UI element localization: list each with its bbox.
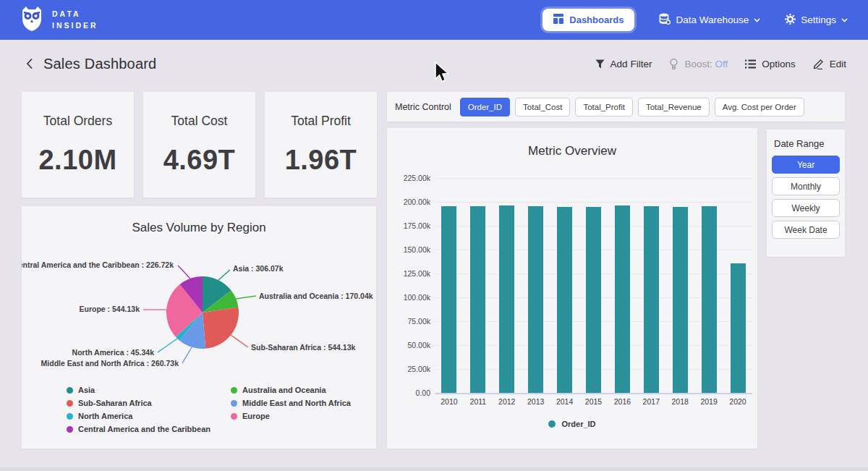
y-axis-tick: 225.00k xyxy=(387,174,430,182)
bar-2011[interactable] xyxy=(470,206,485,393)
owl-logo-icon xyxy=(20,6,43,35)
nav-settings-label: Settings xyxy=(801,14,836,25)
x-axis-label: 2015 xyxy=(579,397,608,406)
bar-2016[interactable] xyxy=(615,205,630,393)
pencil-icon xyxy=(813,59,824,69)
back-button[interactable] xyxy=(22,56,38,72)
kpi-value: 2.10M xyxy=(38,145,116,176)
brand-text: DATA INSIDER xyxy=(52,9,98,30)
date-range-week-date-button[interactable]: Week Date xyxy=(772,221,840,239)
pie-legend-item: Sub-Saharan Africa xyxy=(67,399,210,407)
gear-icon xyxy=(785,14,796,27)
pie-label: Asia : 306.07k xyxy=(233,264,284,273)
metric-chip-total-profit[interactable]: Total_Profit xyxy=(575,98,633,116)
metric-chip-total-revenue[interactable]: Total_Revenue xyxy=(638,98,710,116)
bar-2010[interactable] xyxy=(441,206,456,393)
metric-control-label: Metric Control xyxy=(395,102,451,112)
kpi-total-orders: Total Orders 2.10M xyxy=(22,92,134,198)
x-axis-label: 2017 xyxy=(637,397,665,406)
date-range-year-button[interactable]: Year xyxy=(772,156,840,174)
date-range-weekly-button[interactable]: Weekly xyxy=(772,199,840,217)
pie-callout-line xyxy=(231,335,248,347)
legend-dot xyxy=(67,426,73,433)
kpi-label: Total Orders xyxy=(43,114,112,129)
edit-button[interactable]: Edit xyxy=(813,59,846,69)
date-range-panel: Date Range YearMonthlyWeeklyWeek Date xyxy=(767,130,845,257)
nav-data-warehouse[interactable]: Data Warehouse xyxy=(659,13,760,27)
pie-callout-line xyxy=(178,266,190,279)
pie-callout-line xyxy=(182,347,192,363)
kpi-value: 4.69T xyxy=(163,145,236,176)
metric-chip-total-cost[interactable]: Total_Cost xyxy=(515,98,570,116)
pie-legend-item: Asia xyxy=(67,386,210,394)
kpi-label: Total Cost xyxy=(171,114,228,129)
metric-overview-chart: Metric Overview 225.00k200.00k175.00k150… xyxy=(387,128,757,449)
metric-chip-order-id[interactable]: Order_ID xyxy=(460,98,510,116)
add-filter-button[interactable]: Add Filter xyxy=(595,59,652,69)
gridline xyxy=(435,393,752,394)
kpi-total-profit: Total Profit 1.96T xyxy=(265,92,377,198)
chevron-down-icon xyxy=(841,18,848,22)
bar-chart-title: Metric Overview xyxy=(387,144,757,158)
x-axis-label: 2011 xyxy=(464,397,493,406)
date-range-monthly-button[interactable]: Monthly xyxy=(772,177,840,195)
y-axis-tick: 25.00k xyxy=(387,365,430,373)
legend-label: North America xyxy=(78,412,132,420)
metric-chip-avg-cost-per-order[interactable]: Avg. Cost per Order xyxy=(715,98,804,116)
pie-callout-line xyxy=(158,339,177,352)
pie-legend-item: Middle East and North Africa xyxy=(231,399,351,407)
metric-control-bar: Metric Control Order_IDTotal_CostTotal_P… xyxy=(387,92,845,122)
legend-dot xyxy=(67,387,73,394)
pie-callout-line xyxy=(236,296,256,299)
bar-2014[interactable] xyxy=(557,207,572,393)
y-axis-tick: 150.00k xyxy=(387,245,430,254)
legend-dot xyxy=(67,413,73,420)
nav-settings[interactable]: Settings xyxy=(785,14,848,27)
pie-slice-sub-saharan-africa[interactable] xyxy=(203,307,239,349)
pie-legend-item: North America xyxy=(67,412,210,420)
filter-funnel-icon xyxy=(595,59,605,69)
x-axis-label: 2020 xyxy=(723,397,752,406)
kpi-value: 1.96T xyxy=(285,145,357,176)
legend-label: Order_ID xyxy=(561,420,595,428)
nav-data-warehouse-label: Data Warehouse xyxy=(676,14,749,25)
y-axis-tick: 0.00 xyxy=(387,389,430,397)
brand: DATA INSIDER xyxy=(20,6,98,35)
legend-dot xyxy=(231,400,237,407)
database-icon xyxy=(659,13,671,27)
nav-dashboards-label: Dashboards xyxy=(569,14,624,25)
pie-legend: AsiaSub-Saharan AfricaNorth AmericaCentr… xyxy=(67,386,351,433)
x-axis-label: 2016 xyxy=(608,397,637,406)
x-axis-label: 2013 xyxy=(522,397,550,406)
kpi-label: Total Profit xyxy=(291,114,351,129)
bar-2017[interactable] xyxy=(644,206,659,393)
bar-2012[interactable] xyxy=(499,205,514,393)
legend-dot xyxy=(548,420,556,428)
bar-2018[interactable] xyxy=(673,207,688,393)
pie-label: Sub-Saharan Africa : 544.13k xyxy=(251,343,355,352)
x-axis-label: 2014 xyxy=(550,397,579,406)
bar-2020[interactable] xyxy=(731,263,746,393)
legend-dot xyxy=(231,387,237,394)
options-button[interactable]: Options xyxy=(745,59,796,69)
bar-chart-legend: Order_ID xyxy=(387,420,757,428)
boost-balloon-icon xyxy=(669,59,678,69)
x-axis-label: 2019 xyxy=(694,397,723,406)
page-title: Sales Dashboard xyxy=(43,56,156,72)
bar-2013[interactable] xyxy=(528,206,543,393)
pie-legend-item: Central America and the Caribbean xyxy=(67,425,210,433)
nav-dashboards-button[interactable]: Dashboards xyxy=(542,9,634,31)
pie-label: Middle East and North Africa : 260.73k xyxy=(41,359,179,368)
x-axis-labels: 2010201120122013201420152016201720182019… xyxy=(435,397,752,406)
legend-label: Sub-Saharan Africa xyxy=(78,399,152,407)
pie-label: Europe : 544.13k xyxy=(80,305,140,313)
bar-2019[interactable] xyxy=(702,206,717,393)
bar-2015[interactable] xyxy=(586,207,601,393)
legend-dot xyxy=(67,400,73,407)
date-range-label: Date Range xyxy=(774,138,840,149)
boost-toggle[interactable]: Boost: Off xyxy=(669,59,728,69)
x-axis-label: 2010 xyxy=(435,397,464,406)
boost-state: Off xyxy=(715,59,728,69)
legend-label: Europe xyxy=(242,412,270,420)
bar-plot-area: 225.00k200.00k175.00k150.00k125.00k100.0… xyxy=(435,178,752,393)
